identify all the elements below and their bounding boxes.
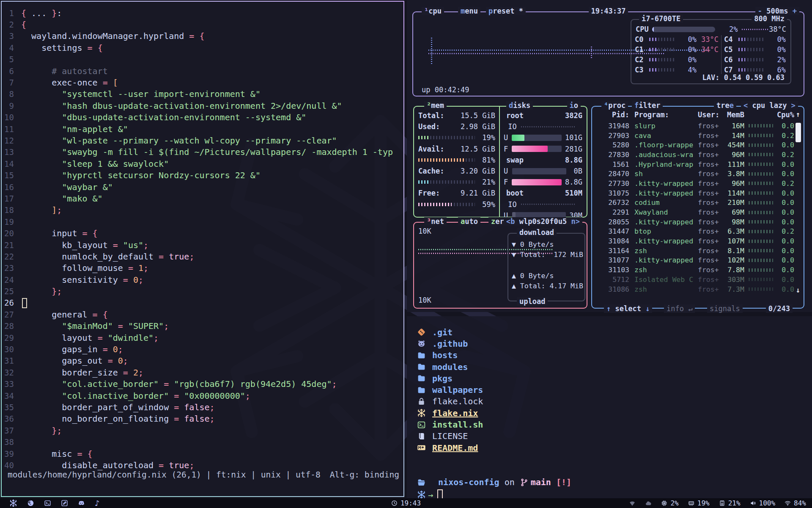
folder-icon [417,351,427,360]
net-auto-button[interactable]: auto [458,217,480,226]
process-row[interactable]: 1561.Hyprland-wrapfros+111M0.0 [592,160,804,169]
tree-toggle-button[interactable]: tree [714,101,736,110]
preset-button[interactable]: preset * [486,7,526,15]
process-row[interactable]: 31086zshfros+7.3M0.0 [592,284,804,294]
editor-line[interactable]: 20 input = { [2,227,403,239]
editor-line[interactable]: 7 exec-once = [ [2,77,403,88]
net-interface-selector[interactable]: <b wlp0s20f0u5 n> [504,217,582,226]
net-box-title[interactable]: ³net [424,217,447,226]
waybar-clock-module[interactable]: 19:43 [391,499,421,507]
terminal-window[interactable]: .git.githubhostsmodulespkgswallpapersfla… [407,316,812,498]
editor-line[interactable]: 5 [2,54,403,65]
proc-box-title[interactable]: ⁴proc [601,101,628,110]
core-meter [738,48,765,51]
waybar-stat-memory[interactable]: 19% [688,499,710,507]
editor-line[interactable]: 29 layout = "dwindle"; [2,332,403,343]
editor-line[interactable]: 28 "$mainMod" = "SUPER"; [2,320,403,332]
editor-line[interactable]: 9 "hash dbus-update-activation-environme… [2,100,403,111]
terminal-icon[interactable] [44,500,51,507]
process-row[interactable]: 5712Isolated Web Cfros+303M0.0 [592,275,804,284]
line-content: }; [21,286,62,296]
mem-box-title[interactable]: ²mem [424,101,447,110]
editor-line[interactable]: 23 follow_mouse = 1; [2,262,403,274]
process-name: btop [629,227,698,235]
editor-line[interactable]: 17 "mako &" [2,193,403,204]
editor-line[interactable]: 18 ]; [2,204,403,216]
process-row[interactable]: 31077.kitty-wrappedfros+102M0.0 [592,256,804,265]
editor-line[interactable]: 25 }; [2,285,403,297]
disks-toggle-button[interactable]: disks [506,101,533,110]
editor-line[interactable]: 38 [2,436,403,447]
editor-line[interactable]: 26 [2,297,403,309]
waybar-stat-chip[interactable]: 2% [661,499,678,507]
nix-icon[interactable] [9,499,17,507]
editor-line[interactable]: 21 kb_layout = "us"; [2,239,403,251]
cpu-box-title[interactable]: ¹cpu [422,7,444,15]
waybar-stat-volume[interactable]: 100% [750,499,776,507]
process-row[interactable]: 31948slurpfros+16M0.0 [592,121,804,131]
process-row[interactable]: 27830.audacious-wrafros+96M0.2 [592,150,804,160]
editor-line[interactable]: 3 wayland.windowManager.hyprland = { [2,30,403,42]
editor-line[interactable]: 13 "swaybg -m fill -i $(find ~/Pictures/… [2,146,403,158]
editor-line[interactable]: 39 misc = { [2,448,403,459]
scroll-down-icon[interactable]: ↓ [796,286,800,294]
editor-line[interactable]: 24 sensitivity = 0; [2,274,403,285]
sort-direction-icon[interactable]: ↑ [796,110,800,119]
process-row[interactable]: 31084.kitty-wrappedfros+107M0.0 [592,236,804,246]
filter-button[interactable]: filter [632,101,663,110]
process-row[interactable]: 27903cavafros+14M0.2 [592,131,804,141]
editor-line[interactable]: 33 "col.active_border" = "rgb(cba6f7) rg… [2,378,403,390]
editor-line[interactable]: 31 gaps_out = 0; [2,355,403,367]
process-row[interactable]: 28470shfros+3.8M0.0 [592,169,804,179]
info-control[interactable]: info ↵ [664,304,695,313]
process-row[interactable]: 2291Xwaylandfros+69M0.0 [592,207,804,217]
process-row[interactable]: 27730.kitty-wrappedfros+96M0.2 [592,179,804,188]
editor-line[interactable]: 36 no_border_on_floating = false; [2,413,403,425]
firefox-icon[interactable] [27,500,34,507]
editor-line[interactable]: 12 "wl-paste --primary --watch wl-copy -… [2,135,403,146]
editor-line[interactable]: 37 }; [2,425,403,436]
waybar-stat-disk[interactable]: 21% [719,499,741,507]
waybar-stat-wifi[interactable]: 84% [785,499,806,507]
discord-icon[interactable] [78,500,85,507]
process-row[interactable]: 31075.kitty-wrappedfros+114M0.0 [592,188,804,198]
editor-line[interactable]: 4 settings = { [2,42,403,53]
editor-line[interactable]: 19 [2,216,403,227]
io-toggle-button[interactable]: io [567,101,581,110]
update-interval-control[interactable]: - 500ms + [755,7,799,15]
process-name: .kitty-wrapped [629,179,698,188]
process-row[interactable]: 28055.kitty-wrappedfros+98M0.0 [592,217,804,227]
editor-line[interactable]: 32 border_size = 2; [2,367,403,378]
cloud-icon[interactable] [645,500,652,507]
editor-line[interactable]: 14 "sleep 1 && swaylock" [2,158,403,169]
editor-code-area[interactable]: 1{ ... }:2{3 wayland.windowManager.hyprl… [2,7,403,471]
select-control[interactable]: ↑ select ↓ [604,304,652,313]
process-row[interactable]: 31103zshfros+7.8M0.0 [592,265,804,275]
process-row[interactable]: 5280.floorp-wrappefros+454M0.0 [592,140,804,150]
editor-line[interactable]: 30 gaps_in = 0; [2,343,403,355]
proc-scrollbar[interactable] [796,123,801,142]
process-row[interactable]: 31164zshfros+8.1M0.0 [592,246,804,256]
menu-button[interactable]: menu [458,7,480,15]
signals-control[interactable]: signals [707,304,743,313]
wifi-signal-icon[interactable] [629,500,636,507]
process-row[interactable]: 31447btopfros+6.3M0.2 [592,227,804,237]
editor-line[interactable]: 22 numlock_by_default = true; [2,251,403,262]
editor-line[interactable]: 27 general = { [2,309,403,320]
editor-line[interactable]: 40 disable_autoreload = true; [2,459,403,471]
editor-line[interactable]: 34 "col.inactive_border" = "0x00000000"; [2,390,403,401]
editor-line[interactable]: 11 "nm-applet &" [2,123,403,135]
music-icon[interactable]: ♪ [95,500,100,507]
editor-line[interactable]: 16 "waybar &" [2,181,403,193]
editor-line[interactable]: 6 # autostart [2,65,403,77]
editor-line[interactable]: 8 "systemctl --user import-environment &… [2,88,403,100]
editor-window[interactable]: 1{ ... }:2{3 wayland.windowManager.hyprl… [1,1,404,497]
editor-line[interactable]: 35 border_part_of_window = false; [2,401,403,413]
sort-selector[interactable]: < cpu lazy > [741,101,798,110]
editor-line[interactable]: 15 "hyprctl setcursor Nordzy-cursors 22 … [2,169,403,181]
editor-line[interactable]: 1{ ... }: [2,7,403,19]
editor-line[interactable]: 2{ [2,19,403,30]
edit-icon[interactable] [61,500,68,507]
process-row[interactable]: 26732codiumfros+210M0.0 [592,198,804,208]
editor-line[interactable]: 10 "dbus-update-activation-environment -… [2,112,403,123]
